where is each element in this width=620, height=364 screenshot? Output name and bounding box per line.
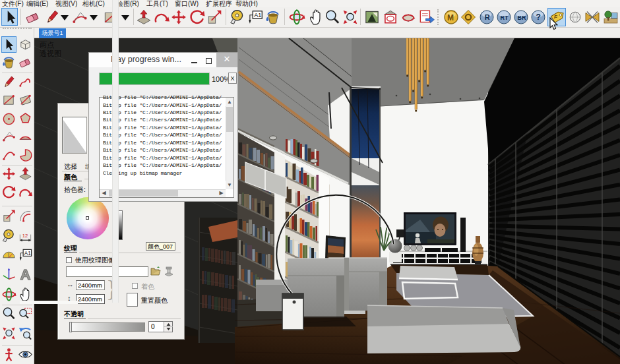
svg-text:M: M xyxy=(447,13,454,22)
svg-text:RT: RT xyxy=(501,15,509,21)
svg-text:12: 12 xyxy=(22,233,28,239)
svg-text:透视图: 透视图 xyxy=(40,49,61,57)
svg-text:两点: 两点 xyxy=(40,41,54,49)
svg-text:A1: A1 xyxy=(24,251,31,257)
svg-text:BR: BR xyxy=(518,15,526,21)
svg-text:R: R xyxy=(485,13,490,21)
svg-text:?: ? xyxy=(536,13,540,22)
svg-text:A1: A1 xyxy=(254,12,261,18)
